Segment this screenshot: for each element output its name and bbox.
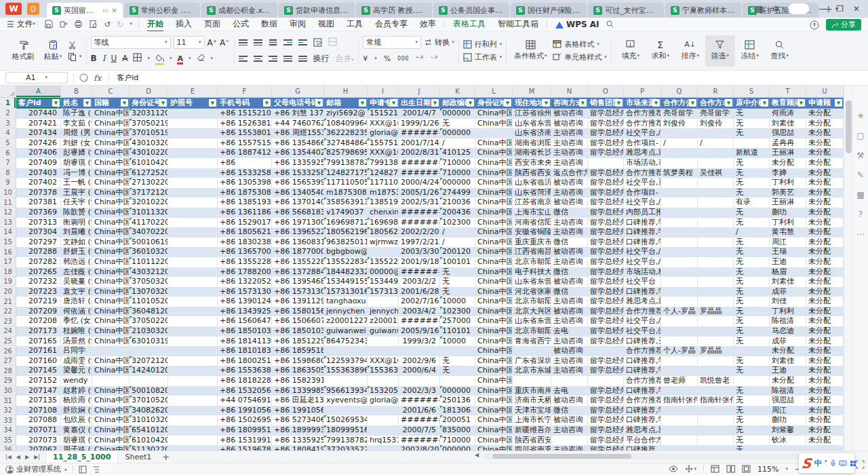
cell[interactable]: 留学总经办 [588,386,624,396]
cell[interactable]: 207434 [16,128,61,138]
row-number[interactable]: 15 [0,238,16,248]
cell[interactable]: 未分配 [806,406,844,416]
column-header-Q[interactable]: Q [661,86,698,98]
cell[interactable]: 留学总经办 [588,445,624,451]
cell[interactable] [168,109,218,119]
cell[interactable]: 王一帆 (男 [61,178,92,188]
cell[interactable]: China中国 [475,168,513,178]
cell[interactable]: 陈祖清 [770,316,806,326]
column-header-E[interactable]: E [168,86,218,98]
conditional-format-button[interactable]: 条件格式▾ [511,35,550,66]
cell[interactable]: 北京市朝阳 [513,257,551,267]
cell[interactable]: 被动咨询 [551,415,588,425]
ime-mic-icon[interactable] [830,459,836,467]
header-cell-手机号码[interactable]: 手机号码▼ [218,98,272,109]
increase-indent-icon[interactable] [298,39,307,45]
currency-button[interactable]: ¥ [363,54,368,63]
cell[interactable] [698,257,734,267]
cell[interactable]: 108409964 [324,119,368,129]
cell[interactable]: 社交平台,/ [624,316,661,326]
cell[interactable]: 未分配 [806,307,844,317]
cell[interactable] [698,406,734,416]
cell[interactable]: 返点合作方 [551,168,588,178]
print-preview-icon[interactable] [89,20,98,28]
cell[interactable]: China中国 [92,396,130,406]
row-number[interactable]: 9 [0,178,16,188]
cell[interactable]: 留学总经办 [588,168,624,178]
row-number[interactable]: 13 [0,218,16,228]
cell[interactable]: 153449155 [324,277,368,287]
ime-mode-chinese[interactable]: 中 [814,458,821,468]
file-tab[interactable]: S英国留学生▭✕ [47,3,123,18]
cell[interactable]: 主动咨询 [551,337,588,347]
header-cell-申请顾[interactable]: 申请顾▼ [806,98,844,109]
cell-style-button[interactable]: 单元格样式▾ [553,52,607,62]
row-number[interactable]: 17 [0,257,16,267]
cell[interactable]: 274499 [440,188,475,198]
sheet-tab-Sheet1[interactable]: Sheet1 [118,451,158,463]
cell[interactable] [661,197,698,208]
cell[interactable]: China中国 [92,168,130,178]
header-cell-合作方名[interactable]: 合作方名▼ [698,98,734,109]
file-tab[interactable]: S常州公积金 .xlsx [124,3,200,18]
cell[interactable]: 未分配 [806,227,844,238]
cell[interactable]: 2001/9/18 [399,257,440,267]
cell[interactable]: XXX@163. [368,356,399,366]
cell[interactable]: wjrmwz21 [368,238,399,248]
cell[interactable]: 主动咨询 [551,188,588,198]
cell[interactable] [734,346,770,356]
cell[interactable]: 无 [734,267,770,278]
cell[interactable]: 138519326 [368,197,399,208]
cell[interactable]: 留学总经办 [588,356,624,366]
cell[interactable]: 825798695 [324,148,368,158]
cell[interactable]: 个人-罗晶 [661,346,698,356]
row-number[interactable]: 12 [0,208,16,218]
cell[interactable]: 微信 [551,267,588,278]
cell[interactable]: 社交平台,豆 [624,178,661,188]
cell[interactable] [168,257,218,267]
cell[interactable]: 无 [734,238,770,248]
smart-search-icon[interactable] [79,73,88,82]
cell[interactable]: +86 15319918 [218,436,272,446]
filter-dropdown-icon[interactable]: ▼ [359,99,366,107]
cell[interactable]: XXX@163. [368,119,399,129]
ime-punct[interactable]: ’ [824,459,827,468]
header-cell-咨询方式[interactable]: 咨询方式▼ [551,98,588,109]
workspace-icon[interactable]: ▦ [755,4,763,14]
cell[interactable]: 207161 [16,346,61,356]
column-header-A[interactable]: A [16,86,61,98]
cell[interactable]: +86 1370140948 [272,197,324,208]
cell[interactable]: +86 1582391866 [272,376,324,386]
cell[interactable]: 2003/2/2 [399,277,440,287]
cell[interactable]: 963825011 [324,238,368,248]
cell[interactable]: 371721200501264452 [130,188,168,198]
cell[interactable]: 250136 [440,396,475,406]
decrease-decimal-icon[interactable]: ⁻·⁰ [430,55,437,62]
cell[interactable]: 430103200107142529 [130,138,168,149]
cell[interactable]: 207440 [16,109,61,119]
cell[interactable]: 207088 [16,415,61,425]
cell[interactable]: 新疆维吾尔 [513,425,551,436]
cell[interactable] [168,297,218,307]
cell[interactable]: 799138782 [324,158,368,168]
cell[interactable]: 370105200210270824 [130,396,168,406]
cell[interactable]: 留学总经办 [588,128,624,138]
align-left-icon[interactable] [239,56,248,62]
cell[interactable]: 杨欣雨 (女 [61,396,92,406]
clear-format-button[interactable] [197,54,205,64]
cell[interactable]: 青海省西宁 [513,337,551,347]
column-header-M[interactable]: M [513,86,551,98]
cell[interactable]: 207288 [16,247,61,257]
row-number[interactable]: 26 [0,346,16,356]
cell[interactable] [698,277,734,287]
worksheet-button[interactable]: 工作表▾ [463,52,502,62]
cell[interactable]: 无 [734,366,770,376]
cell[interactable]: +86 1395468251 [272,277,324,287]
cell[interactable]: 无 [440,366,475,376]
cell[interactable] [168,178,218,188]
cell[interactable] [324,376,368,386]
cell[interactable]: 被动咨询 [551,277,588,287]
cell[interactable] [168,307,218,317]
cell[interactable]: hrq153199 [368,436,399,446]
align-middle-icon[interactable] [254,39,262,45]
